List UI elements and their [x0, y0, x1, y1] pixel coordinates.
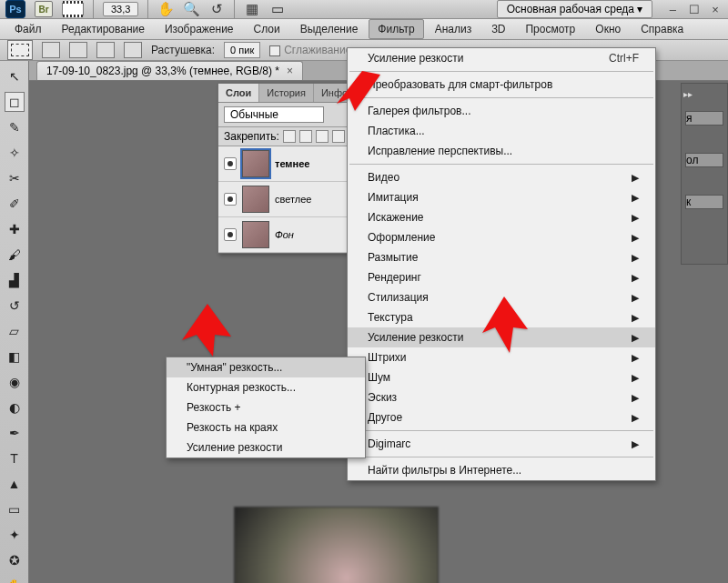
divider	[93, 0, 94, 18]
layer-thumb	[242, 186, 269, 213]
document-tab-close-icon[interactable]: ×	[287, 65, 293, 77]
divider	[147, 0, 148, 18]
lock-pixels-icon[interactable]	[299, 130, 312, 143]
menu-item-filter-gallery[interactable]: Галерея фильтров...	[348, 101, 655, 121]
menu-item-vanishing-point[interactable]: Исправление перспективы...	[348, 141, 655, 161]
move-tool-icon[interactable]: ↖	[5, 66, 25, 86]
menu-window[interactable]: Окно	[586, 19, 630, 39]
screen-mode-icon[interactable]: ▭	[269, 1, 286, 17]
tab-history[interactable]: История	[259, 84, 314, 102]
menu-item-last-filter[interactable]: Усиление резкостиCtrl+F	[348, 48, 655, 68]
lasso-tool-icon[interactable]: ✎	[5, 117, 25, 137]
dock-panel-stub[interactable]: я	[685, 111, 723, 126]
menu-item-other[interactable]: Другое▶	[348, 407, 655, 427]
menu-view[interactable]: Просмотр	[516, 19, 584, 39]
menu-item-distort[interactable]: Искажение▶	[348, 207, 655, 227]
menu-item-blur[interactable]: Размытие▶	[348, 247, 655, 267]
menu-layer[interactable]: Слои	[245, 19, 289, 39]
submenu-unsharp-mask[interactable]: Контурная резкость...	[167, 377, 365, 397]
dodge-tool-icon[interactable]: ◐	[5, 397, 25, 417]
type-tool-icon[interactable]: T	[5, 448, 25, 468]
layer-name[interactable]: светлее	[275, 194, 311, 205]
stamp-tool-icon[interactable]: ▟	[5, 270, 25, 290]
marquee-add-icon[interactable]	[69, 42, 87, 58]
history-brush-icon[interactable]: ↺	[5, 296, 25, 316]
marquee-sub-icon[interactable]	[96, 42, 115, 58]
3d-camera-icon[interactable]: ✪	[5, 550, 25, 570]
workspace-switcher[interactable]: Основная рабочая среда ▾	[497, 0, 653, 18]
lock-position-icon[interactable]	[316, 130, 329, 143]
heal-tool-icon[interactable]: ✚	[5, 219, 25, 239]
antialias-checkbox[interactable]: Сглаживание	[269, 44, 351, 56]
menu-item-smart-filters[interactable]: Преобразовать для смарт-фильтров	[348, 75, 655, 95]
submenu-smart-sharpen[interactable]: "Умная" резкость...	[167, 357, 365, 377]
menu-item-pixelate[interactable]: Оформление▶	[348, 227, 655, 247]
feather-input[interactable]: 0 пик	[224, 42, 260, 58]
zoom-level-field[interactable]: 33,3	[103, 2, 138, 16]
collapse-dock-icon[interactable]: ▸▸	[683, 89, 693, 99]
layer-name[interactable]: темнее	[275, 158, 309, 169]
mini-bridge-icon[interactable]	[62, 3, 84, 15]
hand-tool-icon[interactable]: ✋	[5, 576, 25, 583]
visibility-icon[interactable]	[224, 157, 237, 170]
restore-button[interactable]: ☐	[687, 3, 702, 16]
menu-item-liquify[interactable]: Пластика...	[348, 121, 655, 141]
eyedropper-tool-icon[interactable]: ✐	[5, 194, 25, 214]
eraser-tool-icon[interactable]: ▱	[5, 321, 25, 341]
dock-panel-stub[interactable]: ол	[685, 153, 723, 167]
document-canvas[interactable]	[234, 507, 439, 583]
menu-analysis[interactable]: Анализ	[426, 19, 481, 39]
rotate-view-icon[interactable]: ↺	[208, 1, 225, 17]
submenu-sharpen[interactable]: Усиление резкости	[167, 437, 365, 457]
menu-item-noise[interactable]: Шум▶	[348, 367, 655, 387]
menu-file[interactable]: Файл	[5, 19, 51, 39]
dock-panel-stub[interactable]: к	[685, 195, 723, 209]
menu-3d[interactable]: 3D	[482, 19, 514, 39]
blend-mode-select[interactable]: Обычные	[224, 106, 324, 123]
right-dock: ▸▸ я ол к	[681, 83, 728, 265]
brush-tool-icon[interactable]: 🖌	[5, 245, 25, 265]
menu-filter[interactable]: Фильтр	[369, 19, 423, 39]
arrange-icon[interactable]: ▦	[244, 1, 260, 17]
submenu-sharpen-more[interactable]: Резкость +	[167, 397, 365, 417]
close-button[interactable]: ×	[708, 3, 723, 16]
3d-tool-icon[interactable]: ✦	[5, 525, 25, 545]
menu-item-render[interactable]: Рендеринг▶	[348, 267, 655, 287]
path-select-icon[interactable]: ▲	[5, 474, 25, 494]
wand-tool-icon[interactable]: ✧	[5, 143, 25, 163]
minimize-button[interactable]: –	[665, 3, 680, 16]
blur-tool-icon[interactable]: ◉	[5, 372, 25, 392]
submenu-sharpen-edges[interactable]: Резкость на краях	[167, 417, 365, 437]
menu-item-browse-filters[interactable]: Найти фильтры в Интернете...	[348, 460, 655, 480]
lock-transparent-icon[interactable]	[283, 130, 296, 143]
hand-tool-icon[interactable]: ✋	[157, 1, 174, 17]
menu-item-sketch[interactable]: Эскиз▶	[348, 387, 655, 407]
marquee-new-icon[interactable]	[42, 42, 60, 58]
bridge-icon[interactable]: Br	[35, 1, 53, 17]
menu-item-digimarc[interactable]: Digimarc▶	[348, 434, 655, 454]
shape-tool-icon[interactable]: ▭	[5, 499, 25, 519]
zoom-tool-icon[interactable]: 🔍	[183, 1, 199, 17]
marquee-tool-icon[interactable]: ◻	[5, 92, 25, 112]
menu-image[interactable]: Изображение	[156, 19, 243, 39]
tab-layers[interactable]: Слои	[218, 84, 259, 102]
lock-all-icon[interactable]	[332, 130, 345, 143]
menu-help[interactable]: Справка	[632, 19, 693, 39]
divider	[234, 0, 235, 18]
filter-menu: Усиление резкостиCtrl+F Преобразовать дл…	[347, 47, 656, 481]
crop-tool-icon[interactable]: ✂	[5, 168, 25, 188]
menu-item-artistic[interactable]: Имитация▶	[348, 187, 655, 207]
marquee-intersect-icon[interactable]	[124, 42, 142, 58]
visibility-icon[interactable]	[224, 193, 237, 206]
gradient-tool-icon[interactable]: ◧	[5, 347, 25, 367]
document-tab[interactable]: 17-09-10_0823.jpg @ 33,3% (темнее, RGB/8…	[36, 61, 303, 80]
layer-name[interactable]: Фон	[275, 229, 294, 240]
menu-select[interactable]: Выделение	[291, 19, 368, 39]
pen-tool-icon[interactable]: ✒	[5, 423, 25, 443]
menu-edit[interactable]: Редактирование	[53, 19, 154, 39]
visibility-icon[interactable]	[224, 228, 237, 241]
tool-preset-thumb[interactable]	[7, 40, 33, 60]
menu-item-video[interactable]: Видео▶	[348, 167, 655, 187]
tools-panel: ↖ ◻ ✎ ✧ ✂ ✐ ✚ 🖌 ▟ ↺ ▱ ◧ ◉ ◐ ✒ T ▲ ▭ ✦ ✪ …	[0, 61, 29, 583]
layer-thumb	[242, 150, 269, 177]
